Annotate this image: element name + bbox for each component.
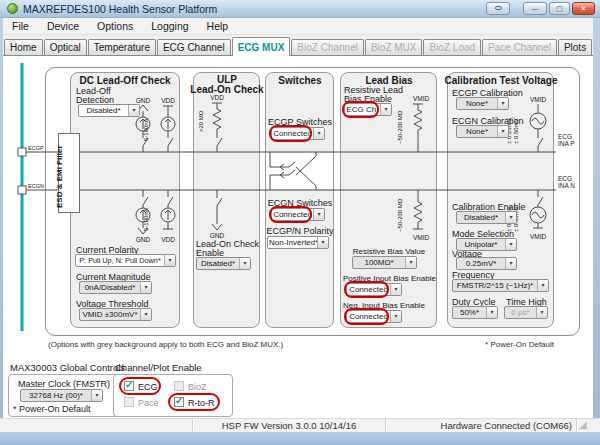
positive-input-bias-dropdown[interactable]: Connected▾ <box>346 283 402 296</box>
tab-pace-channel: Pace Channel <box>482 39 557 56</box>
app-icon <box>7 3 18 14</box>
ecg-ina-n-label1: ECG <box>558 175 572 182</box>
status-separator <box>576 419 578 431</box>
minimize-button[interactable]: — <box>523 2 547 15</box>
leadoff-detection-dropdown[interactable]: Disabled*▾ <box>78 104 140 117</box>
bioz-checkbox-label: BioZ <box>188 382 207 392</box>
switches-crossover-area <box>266 153 333 189</box>
leadbias-resistor-top-label: ~50-200 MΩ <box>397 111 403 144</box>
bus-ecgn-label: ECGN <box>28 183 44 189</box>
resistive-lead-bias-dropdown[interactable]: ECG Ch.▾ <box>344 103 392 116</box>
dc-vdd-bottom-label: VDD <box>161 236 175 243</box>
dropdown-arrow-icon: ▾ <box>140 309 151 320</box>
duty-cycle-dropdown[interactable]: 50%*▾ <box>452 306 498 319</box>
dropdown-arrow-icon: ▾ <box>505 212 516 223</box>
dc-gnd-top-label: GND <box>136 97 150 104</box>
dropdown-arrow-icon: ▾ <box>390 311 401 322</box>
dc-current-range-top: 5-100nA <box>143 118 149 141</box>
window-bottom-border <box>0 431 600 445</box>
tab-optical[interactable]: Optical <box>44 39 87 56</box>
dropdown-arrow-icon: ▾ <box>380 104 391 115</box>
dropdown-arrow-icon: ▾ <box>505 258 516 269</box>
resistive-bias-value-dropdown[interactable]: 100MΩ*▾ <box>352 256 417 269</box>
dropdown-arrow-icon: ▾ <box>313 209 324 220</box>
oval-icon <box>495 6 502 10</box>
window-right-border <box>593 18 600 431</box>
calibration-enable-dropdown[interactable]: Disabled*▾ <box>456 211 517 224</box>
dropdown-arrow-icon: ▾ <box>164 255 175 266</box>
ecgpn-polarity-dropdown[interactable]: Non-Inverted*▾ <box>267 236 329 249</box>
tab-temperature[interactable]: Temperature <box>88 39 156 56</box>
channel-plot-enable-label: Channel/Plot Enable <box>115 362 202 373</box>
mode-selection-dropdown[interactable]: Unipolar*▾ <box>456 238 517 251</box>
ecgp-calibration-dropdown[interactable]: None*▾ <box>456 97 509 110</box>
switches-title: Switches <box>278 75 321 86</box>
dropdown-arrow-icon: ▾ <box>505 239 516 250</box>
current-polarity-dropdown[interactable]: P: Pull Up, N: Pull Down*▾ <box>75 254 176 267</box>
ulp-resistor-label: >20 MΩ <box>198 111 204 132</box>
dropdown-arrow-icon: ▾ <box>497 126 508 137</box>
dropdown-arrow-icon: ▾ <box>239 258 250 269</box>
tab-ecg-mux[interactable]: ECG MUX <box>232 37 291 56</box>
ulp-title-line2: Lead-On Check <box>190 84 263 95</box>
dropdown-arrow-icon: ▾ <box>313 128 324 139</box>
tab-plots[interactable]: Plots <box>558 39 592 56</box>
ecgp-switches-dropdown[interactable]: Connected▾ <box>271 127 325 140</box>
grey-background-caption: (Options with grey background apply to b… <box>48 340 283 349</box>
dc-current-range-bottom: 5-100nA <box>143 208 149 231</box>
window-extra-button[interactable] <box>486 2 510 15</box>
voltage-threshold-dropdown[interactable]: VMID ±300mV*▾ <box>79 308 152 321</box>
status-separator <box>385 419 387 431</box>
ecg-ina-p-label2: INA P <box>558 140 575 147</box>
title-bar[interactable]: MAXREFDES100 Health Sensor Platform — ▢ … <box>0 0 600 18</box>
dropdown-arrow-icon: ▾ <box>317 237 328 248</box>
current-magnitude-dropdown[interactable]: 0nA/Disabled*▾ <box>79 281 152 294</box>
dropdown-arrow-icon: ▾ <box>537 280 548 291</box>
ulp-vdd-label: VDD <box>210 94 224 101</box>
master-clock-label: Master Clock (FMSTR) <box>18 379 110 389</box>
master-clock-dropdown[interactable]: 32768 Hz (00)*▾ <box>20 389 103 402</box>
power-on-default-note: * Power-On Default <box>430 340 554 349</box>
close-button[interactable]: ✕ <box>572 2 595 15</box>
leadbias-vmid-bottom-label: VMID <box>413 234 429 241</box>
cal-range-top-line2: ± 0.50mV <box>513 118 519 144</box>
leadon-enable-dropdown[interactable]: Disabled*▾ <box>196 257 251 270</box>
resize-grip[interactable]: ◢ <box>579 419 587 430</box>
dropdown-arrow-icon: ▾ <box>128 105 139 116</box>
neg-input-bias-dropdown[interactable]: Connected▾ <box>346 310 402 323</box>
menu-options[interactable]: Options <box>88 20 142 32</box>
cal-voltage-dropdown[interactable]: 0.25mV*▾ <box>456 257 517 270</box>
ulp-gnd-label: GND <box>210 232 224 239</box>
app-window: MAXREFDES100 Health Sensor Platform — ▢ … <box>0 0 600 445</box>
tab-bar: Home Optical Temperature ECG Channel ECG… <box>3 35 593 56</box>
cal-vmid-top-label: VMID <box>530 96 546 103</box>
ecgn-switches-dropdown[interactable]: Connected▾ <box>271 208 325 221</box>
frequency-dropdown[interactable]: FMSTR/2^15 (~1Hz)*▾ <box>452 279 549 292</box>
bioz-checkbox <box>174 381 184 391</box>
ecg-ina-p-label1: ECG <box>558 133 572 140</box>
leadbias-resistor-bottom-label: ~50-200 MΩ <box>397 199 403 232</box>
tab-ecg-channel[interactable]: ECG Channel <box>157 39 231 56</box>
resistive-bias-value-label: Resistive Bias Value <box>353 247 425 256</box>
menu-device[interactable]: Device <box>38 20 88 32</box>
tab-home[interactable]: Home <box>4 39 43 56</box>
firmware-version-status: HSP FW Version 3.0.0 10/14/16 <box>195 420 383 431</box>
dropdown-arrow-icon: ▾ <box>536 307 547 318</box>
calibration-title: Calibration Test Voltage <box>445 75 558 86</box>
menu-file[interactable]: File <box>3 20 38 32</box>
dc-vdd-top-label: VDD <box>161 97 175 104</box>
pace-checkbox-label: Pace <box>138 398 159 408</box>
menu-logging[interactable]: Logging <box>142 20 197 32</box>
ecgpn-polarity-label: ECGP/N Polarity <box>266 226 333 236</box>
dropdown-arrow-icon: ▾ <box>91 390 102 401</box>
leadbias-vmid-top-label: VMID <box>413 95 429 102</box>
dropdown-arrow-icon: ▾ <box>140 282 151 293</box>
menu-bar: File Device Options Logging Help <box>3 18 593 35</box>
global-controls-label: MAX30003 Global Controls <box>10 362 125 373</box>
dc-leadoff-title: DC Lead-Off Check <box>79 75 170 86</box>
maximize-button[interactable]: ▢ <box>549 2 570 15</box>
menu-help[interactable]: Help <box>198 20 238 32</box>
rtor-highlight-ring <box>168 393 220 411</box>
dropdown-arrow-icon: ▾ <box>405 257 416 268</box>
ecgn-calibration-dropdown[interactable]: None*▾ <box>456 125 509 138</box>
